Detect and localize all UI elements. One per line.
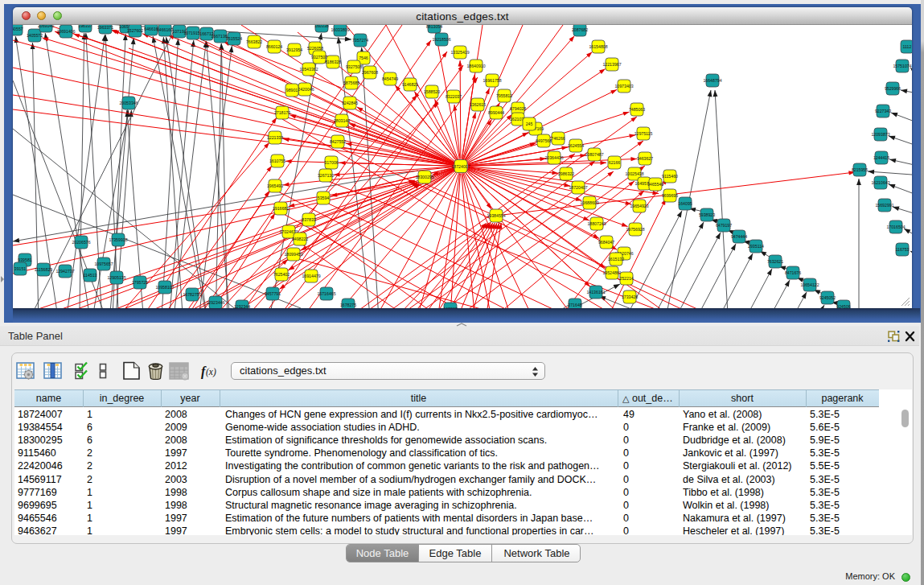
svg-text:114513: 114513 (84, 273, 97, 278)
svg-text:1615132: 1615132 (608, 257, 624, 262)
svg-text:7625402: 7625402 (273, 272, 290, 277)
svg-text:1678275: 1678275 (340, 303, 356, 307)
svg-text:3912954: 3912954 (286, 47, 302, 52)
svg-text:12093873: 12093873 (871, 132, 889, 137)
svg-text:15692991: 15692991 (875, 203, 893, 208)
svg-text:7546: 7546 (359, 56, 368, 60)
svg-text:9227343: 9227343 (875, 109, 891, 113)
svg-text:1292344: 1292344 (234, 304, 250, 308)
svg-text:1795725: 1795725 (132, 280, 148, 285)
svg-text:19384554: 19384554 (487, 213, 505, 218)
svg-text:13325419: 13325419 (450, 50, 469, 55)
svg-text:62166: 62166 (609, 160, 621, 165)
svg-text:371648: 371648 (568, 303, 581, 307)
svg-text:1965493: 1965493 (267, 183, 283, 188)
svg-text:9115460: 9115460 (662, 174, 678, 179)
svg-text:8427552: 8427552 (330, 139, 346, 144)
svg-text:15751074: 15751074 (893, 64, 911, 68)
svg-text:10543362: 10543362 (299, 67, 318, 72)
svg-text:12923446: 12923446 (206, 300, 224, 305)
svg-text:939581: 939581 (18, 257, 31, 262)
svg-text:18720407: 18720407 (569, 185, 587, 190)
svg-text:16914479: 16914479 (302, 274, 320, 278)
svg-text:9474444: 9474444 (731, 234, 747, 239)
svg-text:164095: 164095 (678, 201, 692, 206)
svg-text:1112: 1112 (903, 44, 912, 49)
svg-text:2967608: 2967608 (362, 70, 378, 75)
svg-text:1527602: 1527602 (127, 28, 143, 33)
svg-text:3267130: 3267130 (318, 173, 334, 178)
svg-text:5938923: 5938923 (699, 212, 715, 217)
svg-text:9245052: 9245052 (819, 295, 836, 300)
svg-text:19756928: 19756928 (626, 227, 644, 232)
svg-text:7485063: 7485063 (629, 107, 645, 112)
svg-text:12975115: 12975115 (634, 131, 653, 136)
svg-text:8454749: 8454749 (382, 76, 398, 81)
svg-text:39151: 39151 (14, 266, 27, 271)
svg-text:20206576: 20206576 (72, 240, 90, 245)
svg-text:6479197: 6479197 (716, 223, 732, 228)
svg-text:16154808: 16154808 (589, 44, 607, 49)
svg-text:10973403: 10973403 (614, 84, 633, 89)
svg-text:6497568: 6497568 (536, 138, 552, 143)
svg-text:10958107: 10958107 (155, 285, 174, 290)
svg-text:9684047: 9684047 (598, 240, 614, 245)
svg-text:16961758: 16961758 (483, 78, 501, 83)
svg-text:10654122: 10654122 (800, 282, 819, 287)
svg-text:7515524: 7515524 (226, 36, 242, 41)
svg-text:18807249: 18807249 (587, 221, 606, 226)
svg-text:2087682: 2087682 (572, 27, 588, 32)
svg-text:17016504: 17016504 (886, 225, 905, 229)
svg-text:19218506: 19218506 (432, 37, 450, 42)
svg-text:2718170: 2718170 (274, 110, 290, 115)
svg-text:9146821: 9146821 (402, 82, 418, 87)
svg-text:10688609: 10688609 (580, 200, 598, 205)
svg-text:20364436: 20364436 (544, 155, 563, 160)
svg-text:18099459: 18099459 (284, 252, 302, 257)
svg-text:8813054: 8813054 (426, 25, 442, 29)
svg-text:18640910: 18640910 (466, 64, 485, 68)
svg-text:5226058: 5226058 (307, 46, 323, 51)
svg-text:9498222: 9498222 (292, 237, 308, 241)
svg-text:6466160: 6466160 (157, 27, 173, 32)
svg-text:5875685: 5875685 (343, 80, 359, 85)
svg-text:317006: 317006 (324, 160, 338, 165)
svg-text:1610755: 1610755 (269, 159, 285, 163)
svg-text:20691406: 20691406 (56, 29, 75, 34)
svg-text:11156829: 11156829 (35, 267, 52, 272)
svg-text:9242845: 9242845 (342, 101, 358, 105)
svg-text:12905135: 12905135 (107, 275, 125, 280)
svg-text:12213967: 12213967 (602, 62, 621, 67)
svg-text:9463627: 9463627 (637, 156, 653, 161)
svg-text:15716465: 15716465 (317, 291, 335, 296)
svg-text:837833: 837833 (302, 217, 315, 222)
svg-text:1588520: 1588520 (424, 89, 440, 94)
svg-text:8471676: 8471676 (785, 270, 801, 275)
svg-text:10975657: 10975657 (94, 262, 113, 266)
svg-text:16782759: 16782759 (183, 292, 201, 297)
svg-text:98901: 98901 (286, 88, 298, 93)
svg-text:2069140: 2069140 (38, 25, 54, 28)
svg-text:8660124: 8660124 (266, 44, 282, 49)
svg-text:9529966: 9529966 (885, 86, 901, 91)
svg-text:9457791: 9457791 (265, 291, 281, 296)
svg-text:16210643: 16210643 (871, 180, 889, 185)
svg-text:2986322: 2986322 (558, 171, 574, 176)
svg-text:1405572: 1405572 (27, 33, 43, 38)
svg-text:(x): (x) (206, 367, 216, 377)
svg-text:8186328: 8186328 (325, 60, 341, 64)
svg-text:7632621: 7632621 (767, 259, 783, 264)
svg-text:1244415: 1244415 (873, 155, 889, 160)
svg-text:1733426: 1733426 (622, 295, 638, 299)
svg-text:1624554: 1624554 (568, 143, 584, 148)
svg-text:16033809: 16033809 (331, 27, 349, 32)
svg-text:116753: 116753 (896, 247, 910, 252)
svg-text:18300295: 18300295 (415, 175, 433, 179)
svg-text:19654923: 19654923 (630, 204, 648, 208)
svg-text:7663822: 7663822 (246, 39, 262, 44)
svg-text:10025438: 10025438 (625, 171, 643, 176)
svg-text:17359918: 17359918 (109, 237, 127, 242)
svg-text:1362615: 1362615 (470, 102, 486, 107)
svg-text:7357274: 7357274 (352, 38, 368, 43)
svg-text:1916682: 1916682 (273, 206, 289, 211)
